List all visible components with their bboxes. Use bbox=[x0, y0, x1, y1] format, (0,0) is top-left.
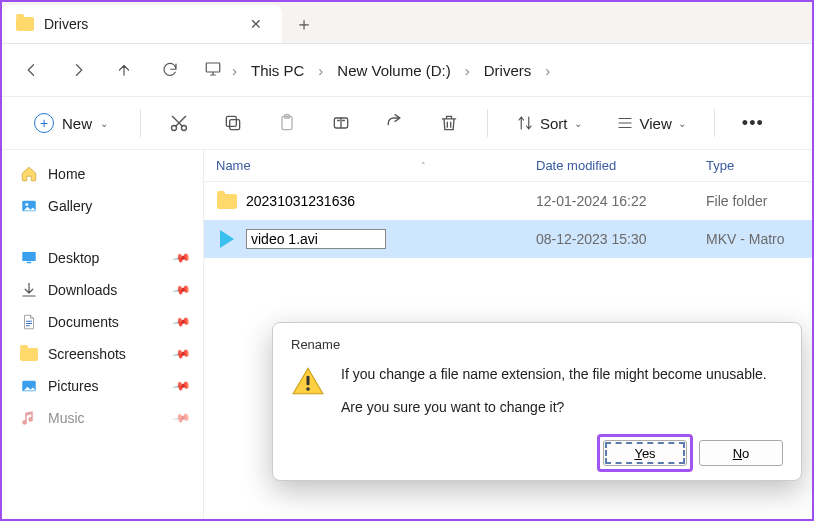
dialog-line1: If you change a file name extension, the… bbox=[341, 364, 767, 385]
svg-rect-10 bbox=[22, 252, 36, 261]
table-row[interactable]: 08-12-2023 15:30 MKV - Matro bbox=[204, 220, 812, 258]
chevron-right-icon: › bbox=[465, 62, 470, 79]
yes-button[interactable]: Yes bbox=[603, 440, 687, 466]
paste-button[interactable] bbox=[271, 107, 303, 139]
file-type: MKV - Matro bbox=[706, 231, 800, 247]
svg-point-14 bbox=[306, 387, 310, 391]
file-name bbox=[246, 229, 536, 249]
sidebar-item-downloads[interactable]: Downloads 📌 bbox=[2, 274, 203, 306]
column-headers[interactable]: Name˄ Date modified Type bbox=[204, 150, 812, 182]
folder-icon bbox=[16, 17, 34, 31]
sidebar: Home Gallery Desktop 📌 Downloads 📌 Docum… bbox=[2, 150, 204, 519]
folder-icon bbox=[20, 345, 38, 363]
no-button[interactable]: No bbox=[699, 440, 783, 466]
cut-button[interactable] bbox=[163, 107, 195, 139]
toolbar: + New ⌄ Sort ⌄ View ⌄ ••• bbox=[2, 96, 812, 150]
sidebar-item-label: Desktop bbox=[48, 250, 99, 266]
col-type[interactable]: Type bbox=[706, 158, 734, 173]
tab-bar: Drivers ✕ ＋ bbox=[2, 2, 812, 44]
chevron-right-icon: › bbox=[545, 62, 550, 79]
sidebar-item-label: Downloads bbox=[48, 282, 117, 298]
share-button[interactable] bbox=[379, 107, 411, 139]
more-button[interactable]: ••• bbox=[737, 107, 769, 139]
rename-input[interactable] bbox=[246, 229, 386, 249]
new-tab-button[interactable]: ＋ bbox=[288, 8, 320, 40]
svg-point-9 bbox=[25, 203, 28, 206]
sidebar-item-home[interactable]: Home bbox=[2, 158, 203, 190]
video-icon bbox=[216, 228, 238, 250]
delete-button[interactable] bbox=[433, 107, 465, 139]
home-icon bbox=[20, 165, 38, 183]
breadcrumb-volume[interactable]: New Volume (D:) bbox=[333, 58, 454, 83]
sidebar-item-music[interactable]: Music 📌 bbox=[2, 402, 203, 434]
breadcrumb-this-pc[interactable]: This PC bbox=[247, 58, 308, 83]
tab-drivers[interactable]: Drivers ✕ bbox=[2, 5, 282, 43]
nav-row: › This PC › New Volume (D:) › Drivers › bbox=[2, 44, 812, 96]
sidebar-item-gallery[interactable]: Gallery bbox=[2, 190, 203, 222]
sidebar-item-label: Screenshots bbox=[48, 346, 126, 362]
separator bbox=[714, 109, 715, 137]
chevron-down-icon: ⌄ bbox=[678, 118, 686, 129]
close-icon[interactable]: ✕ bbox=[244, 14, 268, 34]
svg-rect-3 bbox=[230, 120, 240, 130]
refresh-button[interactable] bbox=[150, 50, 190, 90]
new-label: New bbox=[62, 115, 92, 132]
col-date[interactable]: Date modified bbox=[536, 158, 616, 173]
chevron-down-icon: ⌄ bbox=[100, 118, 108, 129]
file-type: File folder bbox=[706, 193, 800, 209]
sort-label: Sort bbox=[540, 115, 568, 132]
up-button[interactable] bbox=[104, 50, 144, 90]
sidebar-item-label: Music bbox=[48, 410, 85, 426]
sidebar-item-label: Gallery bbox=[48, 198, 92, 214]
sidebar-item-documents[interactable]: Documents 📌 bbox=[2, 306, 203, 338]
pictures-icon bbox=[20, 377, 38, 395]
separator bbox=[140, 109, 141, 137]
music-icon bbox=[20, 409, 38, 427]
table-row[interactable]: 20231031231636 12-01-2024 16:22 File fol… bbox=[204, 182, 812, 220]
pin-icon: 📌 bbox=[171, 280, 191, 300]
sidebar-item-label: Documents bbox=[48, 314, 119, 330]
separator bbox=[487, 109, 488, 137]
rename-button[interactable] bbox=[325, 107, 357, 139]
back-button[interactable] bbox=[12, 50, 52, 90]
file-name: 20231031231636 bbox=[246, 193, 536, 209]
chevron-down-icon: ⌄ bbox=[574, 118, 582, 129]
chevron-right-icon: › bbox=[318, 62, 323, 79]
sidebar-item-label: Pictures bbox=[48, 378, 99, 394]
folder-icon bbox=[216, 190, 238, 212]
view-label: View bbox=[640, 115, 672, 132]
sort-menu[interactable]: Sort ⌄ bbox=[510, 110, 588, 136]
pin-icon: 📌 bbox=[171, 248, 191, 268]
copy-button[interactable] bbox=[217, 107, 249, 139]
svg-rect-11 bbox=[27, 262, 32, 264]
breadcrumb-drivers[interactable]: Drivers bbox=[480, 58, 536, 83]
svg-rect-4 bbox=[226, 116, 236, 126]
file-date: 12-01-2024 16:22 bbox=[536, 193, 706, 209]
gallery-icon bbox=[20, 197, 38, 215]
sidebar-item-pictures[interactable]: Pictures 📌 bbox=[2, 370, 203, 402]
view-menu[interactable]: View ⌄ bbox=[610, 110, 692, 136]
dialog-title: Rename bbox=[291, 337, 783, 352]
sidebar-item-label: Home bbox=[48, 166, 85, 182]
downloads-icon bbox=[20, 281, 38, 299]
pin-icon: 📌 bbox=[171, 344, 191, 364]
warning-icon bbox=[291, 366, 325, 396]
documents-icon bbox=[20, 313, 38, 331]
sidebar-item-screenshots[interactable]: Screenshots 📌 bbox=[2, 338, 203, 370]
tab-title: Drivers bbox=[44, 16, 244, 32]
chevron-right-icon: › bbox=[232, 62, 237, 79]
file-date: 08-12-2023 15:30 bbox=[536, 231, 706, 247]
sidebar-item-desktop[interactable]: Desktop 📌 bbox=[2, 242, 203, 274]
svg-rect-13 bbox=[307, 376, 310, 386]
monitor-icon bbox=[204, 60, 222, 81]
svg-rect-0 bbox=[206, 63, 220, 72]
new-menu[interactable]: + New ⌄ bbox=[24, 107, 118, 139]
rename-dialog: Rename If you change a file name extensi… bbox=[272, 322, 802, 481]
forward-button[interactable] bbox=[58, 50, 98, 90]
pin-icon: 📌 bbox=[171, 376, 191, 396]
desktop-icon bbox=[20, 249, 38, 267]
breadcrumb: › This PC › New Volume (D:) › Drivers › bbox=[204, 58, 550, 83]
dialog-line2: Are you sure you want to change it? bbox=[341, 397, 767, 418]
sort-asc-icon: ˄ bbox=[421, 161, 426, 171]
col-name[interactable]: Name bbox=[216, 158, 251, 173]
